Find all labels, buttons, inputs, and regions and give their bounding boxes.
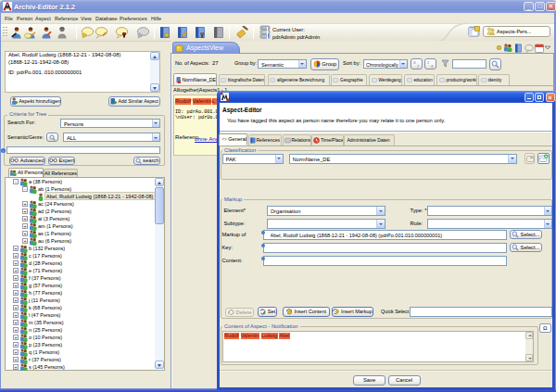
svg-text:z: z bbox=[417, 64, 420, 68]
svg-text:a: a bbox=[413, 60, 416, 65]
svg-text:a: a bbox=[431, 64, 434, 68]
svg-text:z: z bbox=[427, 60, 430, 65]
